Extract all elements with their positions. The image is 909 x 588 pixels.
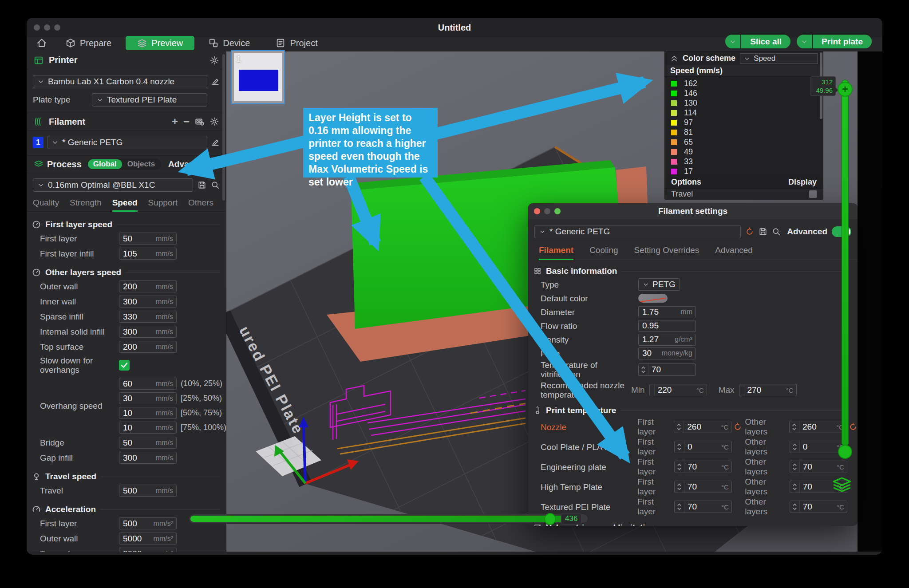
dialog-zoom-button[interactable]	[554, 208, 561, 214]
move-slider-handle[interactable]	[544, 513, 556, 525]
gear-icon[interactable]	[210, 56, 219, 65]
filament-preset-select[interactable]: * Generic PETG	[47, 136, 207, 149]
tab-preview[interactable]: Preview	[126, 36, 194, 50]
overhang-speed-input[interactable]: 10mm/s	[119, 422, 177, 434]
process-tab-speed[interactable]: Speed	[112, 198, 138, 212]
layer-slider-bottom-handle[interactable]	[838, 445, 852, 459]
first-layer-temp-spinner[interactable]: 70°C	[674, 501, 732, 513]
flow-ratio-input[interactable]: 0.95	[638, 320, 696, 332]
spinner-arrows-icon[interactable]	[790, 481, 800, 493]
process-scope-switch[interactable]: Global Objects	[87, 158, 161, 170]
nozzle-temp-min[interactable]: 220 °C	[649, 384, 707, 396]
first-layer-temp-spinner[interactable]: 70°C	[674, 481, 732, 493]
top-surface-input[interactable]: 200mm/s	[119, 341, 177, 353]
inner-wall-input[interactable]: 300mm/s	[119, 296, 177, 308]
dialog-tab-cooling[interactable]: Cooling	[589, 245, 618, 260]
sidebar-scrollbar[interactable]	[222, 54, 225, 201]
overhang-slowdown-checkbox[interactable]	[119, 360, 130, 371]
type-select[interactable]: PETG	[638, 278, 680, 291]
price-input[interactable]: 30money/kg	[638, 347, 696, 359]
bridge-input[interactable]: 50mm/s	[119, 437, 177, 449]
spinner-arrows-icon[interactable]	[675, 481, 684, 493]
spinner-arrows-icon[interactable]	[739, 384, 744, 396]
spinner-arrows-icon[interactable]	[639, 364, 648, 375]
legend-item[interactable]: 146	[665, 88, 823, 98]
spinner-arrows-icon[interactable]	[674, 421, 684, 433]
spinner-arrows-icon[interactable]	[790, 421, 799, 433]
collapse-icon[interactable]	[670, 55, 678, 63]
legend-item[interactable]: 130	[665, 98, 823, 108]
plate-thumbnail[interactable]: 1	[231, 50, 285, 104]
vitrification-spinner[interactable]: 70	[638, 363, 696, 376]
layer-slider-track[interactable]	[842, 80, 849, 446]
gap-infill-input[interactable]: 300mm/s	[119, 452, 177, 464]
travel-display-checkbox[interactable]	[809, 190, 817, 198]
dialog-close-button[interactable]	[534, 208, 540, 214]
spinner-arrows-icon[interactable]	[650, 384, 655, 396]
home-button[interactable]	[32, 36, 51, 50]
first-layer-temp-spinner[interactable]: 70°C	[674, 461, 732, 473]
legend-item[interactable]: 114	[665, 108, 823, 118]
dialog-tab-filament[interactable]: Filament	[539, 245, 573, 260]
tab-project[interactable]: Project	[264, 36, 329, 50]
reset-icon[interactable]	[745, 227, 754, 236]
print-plate-button[interactable]: Print plate	[797, 35, 872, 48]
outer-wall-input[interactable]: 5000mm/s²	[119, 533, 177, 545]
dialog-window-controls[interactable]	[534, 208, 561, 214]
nozzle-temp-max[interactable]: 270 °C	[739, 384, 797, 396]
save-icon[interactable]	[198, 181, 206, 189]
legend-item[interactable]: 81	[665, 127, 823, 137]
process-preset-select[interactable]: 0.16mm Optimal @BBL X1C	[33, 178, 193, 192]
first-layer-infill-input[interactable]: 105mm/s	[119, 248, 177, 260]
first-layer-input[interactable]: 500mm/s²	[119, 517, 177, 529]
other-layers-temp-spinner[interactable]: 70°C	[790, 501, 847, 513]
spinner-arrows-icon[interactable]	[675, 501, 684, 513]
tab-prepare[interactable]: Prepare	[54, 36, 123, 50]
legend-item[interactable]: 97	[665, 118, 823, 127]
legend-item[interactable]: 17	[665, 166, 823, 176]
ams-icon[interactable]	[195, 117, 205, 126]
move-slider-track[interactable]: 436	[189, 514, 588, 524]
printer-preset-select[interactable]: Bambu Lab X1 Carbon 0.4 nozzle	[33, 75, 207, 88]
spinner-arrows-icon[interactable]	[675, 441, 684, 453]
edit-icon[interactable]	[211, 77, 220, 86]
tab-device[interactable]: Device	[197, 36, 261, 50]
dialog-minimize-button[interactable]	[544, 208, 550, 214]
dialog-filament-select[interactable]: * Generic PETG	[534, 225, 741, 238]
gear-icon[interactable]	[210, 117, 219, 126]
spinner-arrows-icon[interactable]	[790, 501, 800, 513]
slice-dropdown[interactable]	[725, 35, 740, 48]
sparse-infill-input[interactable]: 330mm/s	[119, 311, 177, 323]
first-layer-input[interactable]: 50mm/s	[119, 233, 177, 245]
outer-wall-input[interactable]: 200mm/s	[119, 280, 177, 292]
refresh-icon[interactable]	[849, 422, 858, 431]
first-layer-temp-spinner[interactable]: 260°C	[674, 421, 731, 433]
spinner-arrows-icon[interactable]	[790, 441, 800, 453]
process-tab-support[interactable]: Support	[148, 198, 178, 212]
legend-item[interactable]: 49	[665, 147, 823, 157]
overhang-speed-input[interactable]: 10mm/s	[119, 407, 177, 419]
layer-slider-top-handle[interactable]: +	[838, 82, 853, 97]
diameter-input[interactable]: 1.75mm	[638, 306, 696, 318]
spinner-arrows-icon[interactable]	[675, 461, 684, 473]
remove-filament-icon[interactable]: −	[183, 115, 190, 128]
first-layer-temp-spinner[interactable]: 0°C	[674, 441, 732, 453]
search-icon[interactable]	[772, 227, 781, 236]
layers-icon[interactable]	[833, 477, 851, 493]
dialog-tab-advanced[interactable]: Advanced	[715, 245, 753, 260]
dialog-tab-setting-overrides[interactable]: Setting Overrides	[634, 245, 700, 260]
process-tab-others[interactable]: Others	[188, 198, 213, 212]
internal-solid-infill-input[interactable]: 300mm/s	[119, 326, 177, 338]
search-icon[interactable]	[211, 181, 220, 189]
add-filament-icon[interactable]: +	[172, 115, 178, 128]
edit-icon[interactable]	[211, 138, 220, 147]
overhang-speed-input[interactable]: 30mm/s	[119, 392, 177, 404]
legend-item[interactable]: 162	[665, 79, 823, 88]
legend-item[interactable]: 33	[665, 157, 823, 166]
scope-global[interactable]: Global	[88, 159, 122, 169]
other-layers-temp-spinner[interactable]: 70°C	[790, 461, 847, 473]
slice-all-button[interactable]: Slice all	[725, 35, 790, 48]
color-scheme-select[interactable]: Speed	[740, 53, 818, 64]
overhang-speed-input[interactable]: 60mm/s	[119, 378, 177, 390]
spinner-arrows-icon[interactable]	[790, 461, 800, 473]
